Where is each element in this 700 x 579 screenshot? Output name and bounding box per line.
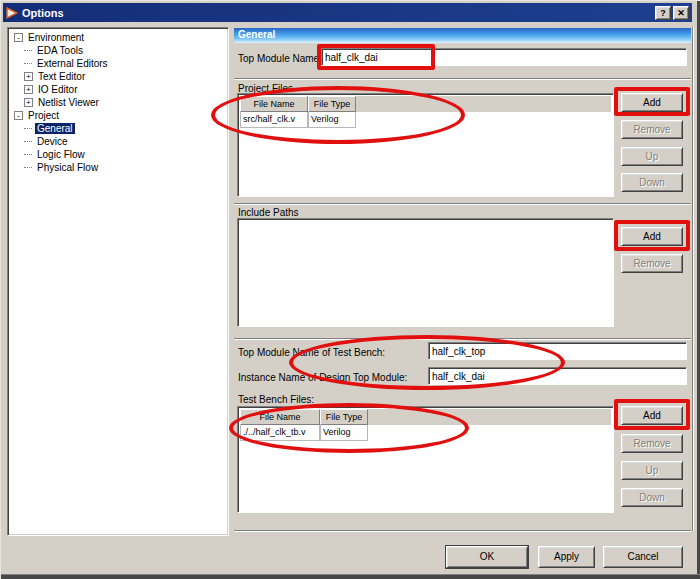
test-bench-up-button[interactable]: Up — [621, 461, 683, 480]
separator — [234, 78, 691, 80]
file-name-cell[interactable]: ./../half_clk_tb.v — [240, 425, 320, 441]
include-paths-label: Include Paths — [238, 207, 299, 218]
tree-connector — [24, 154, 32, 155]
column-header-file-type[interactable]: File Type — [320, 409, 368, 425]
app-icon — [6, 7, 18, 19]
options-dialog: Options ? ✕ - Environment EDA Tools Exte… — [0, 0, 700, 579]
cancel-button[interactable]: Cancel — [603, 546, 683, 568]
file-name-cell[interactable]: src/half_clk.v — [240, 112, 308, 128]
expander-minus-icon[interactable]: - — [14, 33, 23, 42]
top-module-name-label: Top Module Name: — [238, 53, 322, 64]
close-button[interactable]: ✕ — [673, 6, 689, 20]
test-bench-down-button[interactable]: Down — [621, 488, 683, 507]
tb-instance-name-input[interactable] — [428, 367, 687, 385]
include-paths-add-button[interactable]: Add — [621, 227, 683, 246]
expander-plus-icon[interactable]: + — [24, 72, 33, 81]
tree-item-netlist-viewer[interactable]: + Netlist Viewer — [24, 96, 228, 109]
options-tree[interactable]: - Environment EDA Tools External Editors… — [7, 27, 229, 536]
window-border — [1, 574, 700, 579]
separator — [234, 338, 691, 340]
test-bench-remove-button[interactable]: Remove — [621, 434, 683, 453]
tb-top-module-label: Top Module Name of Test Bench: — [238, 347, 385, 358]
tree-item-device[interactable]: Device — [24, 135, 228, 148]
tree-item-environment[interactable]: - Environment — [14, 31, 228, 44]
tb-instance-name-label: Instance Name of Design Top Module: — [238, 372, 407, 383]
expander-plus-icon[interactable]: + — [24, 85, 33, 94]
separator — [692, 27, 694, 531]
project-files-down-button[interactable]: Down — [621, 173, 683, 192]
help-button[interactable]: ? — [655, 6, 671, 20]
tree-connector — [24, 141, 32, 142]
tb-top-module-input[interactable] — [428, 342, 687, 360]
tree-connector — [24, 63, 32, 64]
tree-item-io-editor[interactable]: + IO Editor — [24, 83, 228, 96]
ok-button[interactable]: OK — [446, 546, 528, 568]
selected-tree-item: General — [35, 123, 75, 134]
tree-item-eda-tools[interactable]: EDA Tools — [24, 44, 228, 57]
tree-item-text-editor[interactable]: + Text Editor — [24, 70, 228, 83]
project-files-table[interactable]: File Name File Type src/half_clk.v Veril… — [237, 93, 614, 197]
apply-button[interactable]: Apply — [538, 546, 595, 568]
test-bench-add-button[interactable]: Add — [621, 406, 683, 425]
table-row[interactable]: ./../half_clk_tb.v Verilog — [240, 425, 611, 441]
column-header-file-name[interactable]: File Name — [240, 96, 308, 112]
include-paths-list[interactable] — [237, 218, 614, 327]
separator — [234, 530, 691, 532]
tree-connector — [24, 50, 32, 51]
column-header-file-type[interactable]: File Type — [308, 96, 356, 112]
test-bench-files-table[interactable]: File Name File Type ./../half_clk_tb.v V… — [237, 406, 614, 513]
tree-connector — [24, 128, 32, 129]
project-files-remove-button[interactable]: Remove — [621, 120, 683, 139]
expander-plus-icon[interactable]: + — [24, 98, 33, 107]
test-bench-files-label: Test Bench Files: — [238, 394, 314, 405]
tree-item-logic-flow[interactable]: Logic Flow — [24, 148, 228, 161]
project-files-up-button[interactable]: Up — [621, 147, 683, 166]
column-header-file-name[interactable]: File Name — [240, 409, 320, 425]
title-bar[interactable]: Options ? ✕ — [3, 3, 692, 22]
expander-minus-icon[interactable]: - — [14, 111, 23, 120]
table-row[interactable]: src/half_clk.v Verilog — [240, 112, 611, 128]
tree-item-general[interactable]: General — [24, 122, 228, 135]
separator — [234, 203, 691, 205]
top-module-name-input[interactable] — [321, 48, 687, 66]
include-paths-remove-button[interactable]: Remove — [621, 254, 683, 273]
file-type-cell[interactable]: Verilog — [308, 112, 356, 128]
window-title: Options — [22, 7, 64, 19]
section-header-general: General — [234, 28, 691, 43]
tree-connector — [24, 167, 32, 168]
file-type-cell[interactable]: Verilog — [320, 425, 368, 441]
tree-item-project[interactable]: - Project — [14, 109, 228, 122]
tree-item-external-editors[interactable]: External Editors — [24, 57, 228, 70]
tree-item-physical-flow[interactable]: Physical Flow — [24, 161, 228, 174]
project-files-add-button[interactable]: Add — [621, 93, 683, 112]
